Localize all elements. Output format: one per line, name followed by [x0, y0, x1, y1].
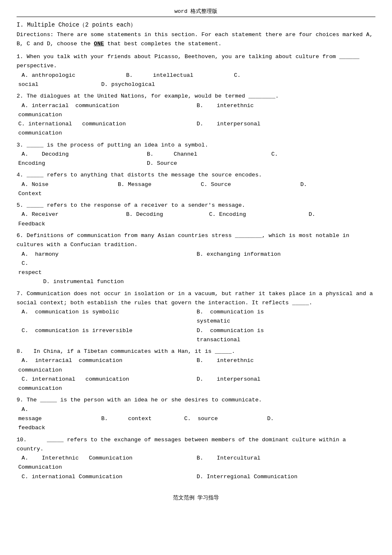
q9-option-a-label: A.: [18, 405, 31, 414]
q2-option-c: C. international communication: [18, 120, 197, 129]
q1-option-d: D. psychological: [101, 80, 155, 89]
footer: 范文范例 学习指导: [17, 494, 375, 501]
q3-option-c: C.: [271, 150, 278, 159]
q6-option-d: D. instrumental function: [18, 277, 124, 286]
q3-option-a: A. Decoding: [18, 150, 147, 159]
directions: Directions: There are some statements in…: [17, 30, 375, 48]
question-9: 9. The _____ is the person with an idea …: [17, 396, 375, 433]
q2-option-a: A. interracial communication: [18, 101, 197, 110]
q4-option-d2: Context: [18, 189, 42, 198]
q2-option-d: D. interpersonal: [197, 120, 261, 129]
q9-option-c: C. source: [184, 414, 267, 423]
question-2-options-4: communication: [17, 129, 375, 138]
q8-option-d: D. interpersonal: [197, 375, 261, 384]
question-10-options-3: C. international Communication D. Interr…: [17, 472, 375, 482]
question-7-options-4: transactional: [17, 335, 375, 345]
q7-option-a: A. communication is symbolic: [18, 308, 197, 317]
header-title: word 格式整理版: [174, 8, 217, 15]
q5-option-a: A. Receiver: [18, 210, 126, 219]
question-5-text: 5. _____ refers to the response of a rec…: [17, 201, 375, 210]
question-7-options: A. communication is symbolic B. communic…: [17, 308, 375, 317]
question-7-options-2: systematic: [17, 317, 375, 326]
q4-option-a: A. Noise: [18, 180, 118, 189]
q10-option-b2: Communication: [18, 463, 197, 472]
q1-option-a: A. anthropologic: [18, 71, 126, 80]
question-2-text: 2. The dialogues at the United Nations, …: [17, 92, 375, 101]
question-10: 10. _____ refers to the exchange of mess…: [17, 435, 375, 482]
question-1: 1. When you talk with your friends about…: [17, 52, 375, 89]
question-2-options-2: communication: [17, 110, 375, 120]
q5-option-c: C. Encoding: [209, 210, 309, 219]
q5-option-d: D.: [309, 210, 315, 219]
q3-option-d: D. Source: [147, 159, 177, 168]
q7-option-d2: transactional: [197, 335, 240, 345]
directions-emphasis: ONE: [94, 41, 104, 47]
question-1-options: A. anthropologic B. intellectual C.: [17, 71, 375, 80]
question-5-options-2: Feedback: [17, 220, 375, 229]
question-6: 6. Definitions of communication from man…: [17, 231, 375, 287]
question-5: 5. _____ refers to the response of a rec…: [17, 201, 375, 229]
question-2-options-3: C. international communication D. interp…: [17, 120, 375, 129]
q8-option-b: B. interethnic: [197, 356, 254, 365]
q6-option-c2: respect: [18, 268, 42, 277]
q6-option-a: A. harmony: [18, 250, 197, 259]
question-9-options: A.: [17, 405, 375, 414]
question-8: 8. In China, if a Tibetan communicates w…: [17, 347, 375, 393]
q6-option-c-label: C.: [18, 259, 28, 268]
top-header: word 格式整理版: [17, 7, 375, 17]
question-5-options: A. Receiver B. Decoding C. Encoding D.: [17, 210, 375, 219]
question-2-options: A. interracial communication B. intereth…: [17, 101, 375, 110]
q5-option-b: B. Decoding: [126, 210, 209, 219]
q8-option-c: C. international communication: [18, 375, 197, 384]
question-8-options-3: C. international communication D. interp…: [17, 375, 375, 384]
question-6-options-2: C.: [17, 259, 375, 268]
question-7-options-3: C. communication is irreversible D. comm…: [17, 326, 375, 335]
question-9-text: 9. The _____ is the person with an idea …: [17, 396, 375, 405]
q5-option-d2: Feedback: [18, 220, 45, 229]
q1-option-c: C.: [234, 71, 309, 80]
q10-option-b: B. Intercultural: [197, 454, 261, 463]
question-10-text: 10. _____ refers to the exchange of mess…: [17, 435, 375, 454]
q9-option-d: D.: [267, 414, 274, 423]
question-1-text: 1. When you talk with your friends about…: [17, 52, 375, 71]
question-6-options-4: D. instrumental function: [17, 277, 375, 286]
question-3: 3. _____ is the process of putting an id…: [17, 141, 375, 169]
q1-option-b: B. intellectual: [126, 71, 234, 80]
q9-option-a2: message: [18, 414, 101, 423]
q2-option-b2: communication: [18, 110, 197, 120]
q2-option-b: B. interethnic: [197, 101, 254, 110]
question-2: 2. The dialogues at the United Nations, …: [17, 92, 375, 138]
q4-option-d: D.: [300, 180, 307, 189]
q8-option-a: A. interracial communication: [18, 356, 197, 365]
question-7: 7. Communication does not occur in isola…: [17, 289, 375, 345]
question-6-options-3: respect: [17, 268, 375, 277]
section-title: I. Multiple Choice（2 points each）: [17, 21, 375, 29]
q10-option-a: A. Interethnic Communication: [18, 454, 197, 463]
q8-option-d2: communication: [18, 384, 62, 393]
question-9-options-2: message B. context C. source D.: [17, 414, 375, 423]
q7-option-b2: systematic: [197, 317, 230, 326]
page: word 格式整理版 I. Multiple Choice（2 points e…: [0, 0, 392, 555]
question-1-options-2: social D. psychological: [17, 80, 375, 89]
q7-option-b: B. communication is: [197, 308, 264, 317]
q3-option-c2: Encoding: [18, 159, 147, 168]
q10-option-c: C. international Communication: [18, 472, 197, 482]
q7-option-c: C. communication is irreversible: [18, 326, 197, 335]
question-10-options: A. Interethnic Communication B. Intercul…: [17, 454, 375, 463]
question-8-options: A. interracial communication B. intereth…: [17, 356, 375, 365]
question-6-text: 6. Definitions of communication from man…: [17, 231, 375, 250]
question-8-options-2: communication: [17, 366, 375, 375]
q7-spacer: [18, 317, 197, 326]
question-4: 4. _____ refers to anything that distort…: [17, 171, 375, 198]
question-3-options-2: Encoding D. Source: [17, 159, 375, 168]
question-8-text: 8. In China, if a Tibetan communicates w…: [17, 347, 375, 356]
footer-text: 范文范例 学习指导: [173, 495, 219, 501]
q3-option-b: B. Channel: [147, 150, 271, 159]
q9-option-b: B. context: [101, 414, 184, 423]
question-4-text: 4. _____ refers to anything that distort…: [17, 171, 375, 180]
question-8-options-4: communication: [17, 384, 375, 393]
q7-option-d: D. communication is: [197, 326, 264, 335]
q8-option-b2: communication: [18, 366, 197, 375]
q4-option-b: B. Message: [118, 180, 201, 189]
question-10-options-2: Communication: [17, 463, 375, 472]
